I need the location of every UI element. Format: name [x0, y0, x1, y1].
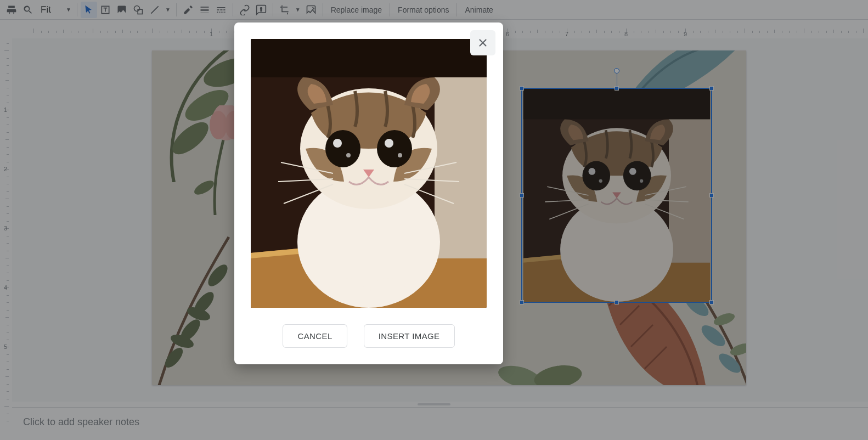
cancel-button[interactable]: CANCEL — [283, 324, 347, 348]
modal-preview-image — [251, 39, 487, 308]
insert-image-modal: CANCEL INSERT IMAGE — [234, 22, 503, 364]
close-icon[interactable] — [470, 30, 495, 55]
insert-image-button[interactable]: INSERT IMAGE — [364, 324, 455, 348]
